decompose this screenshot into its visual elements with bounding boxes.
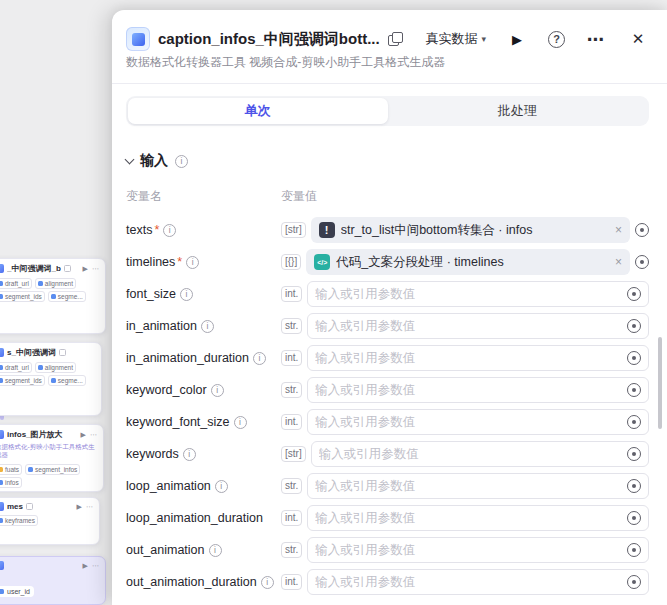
node-param-tag: segment_infos [25,464,80,475]
param-value-input[interactable] [315,543,623,557]
play-icon[interactable]: ▶ [77,503,82,511]
param-type-icon [51,294,56,299]
param-row-keywords: keywords [str] [126,441,649,467]
column-variable-name: 变量名 [126,188,281,205]
reference-selector-icon[interactable] [635,255,649,269]
reference-selector-icon[interactable] [627,287,641,301]
more-icon[interactable]: ⋯ [86,503,93,511]
param-type-badge: [str] [281,446,306,462]
run-mode-tabs: 单次 批处理 [126,96,649,126]
info-icon [186,256,199,269]
param-name: keyword_color [126,383,207,397]
tab-batch-run[interactable]: 批处理 [388,98,648,124]
more-icon[interactable]: ⋯ [92,265,99,273]
code-node-icon: </> [314,254,330,270]
tab-single-run[interactable]: 单次 [128,98,388,124]
node-icon [0,502,4,511]
run-button[interactable]: ▶ [506,28,528,50]
copy-icon[interactable] [388,32,402,46]
node-param-tag: alignment [35,362,76,373]
param-type-badge: str. [281,382,302,398]
data-mode-dropdown[interactable]: 真实数据 ▾ [425,30,486,48]
node-param-tag: alignment [35,278,76,289]
play-icon[interactable]: ▶ [83,562,88,570]
param-value-input[interactable] [315,479,623,493]
play-icon[interactable]: ▶ [81,431,86,439]
more-icon[interactable]: ⋯ [92,562,99,570]
remove-reference-icon[interactable]: × [615,255,622,269]
remove-reference-icon[interactable]: × [615,223,622,237]
param-value-input[interactable] [319,447,623,461]
param-value-box [307,313,649,339]
reference-selector-icon[interactable] [627,383,641,397]
panel-scrollbar[interactable] [658,337,662,429]
node-title: _中间强调词_b [7,263,61,274]
param-row-in-animation-duration: in_animation_duration int. [126,345,649,371]
param-row-keyword-font-size: keyword_font_size int. [126,409,649,435]
play-icon[interactable]: ▶ [83,265,88,273]
param-row-loop-animation-duration: loop_animation_duration int. [126,505,649,531]
reference-chip[interactable]: </> 代码_文案分段处理 · timelines × [306,249,630,275]
workflow-node[interactable]: _中间强调词_b ▶⋯ draft_url alignment segment_… [0,258,106,334]
column-headers: 变量名 变量值 [126,188,649,205]
info-icon [211,384,224,397]
param-name: font_size [126,287,176,301]
node-param-tag: segme... [48,291,86,302]
param-row-out-animation-duration: out_animation_duration int. [126,569,649,595]
param-value-input[interactable] [315,511,623,525]
param-name: in_animation_duration [126,351,249,365]
node-config-title: caption_infos_中间强调词bott... [158,30,380,49]
param-type-badge: int. [281,510,302,526]
param-value-box [307,473,649,499]
workflow-node[interactable]: mes ▶⋯ keyframes [0,497,100,545]
param-type-icon [0,518,3,523]
param-value-box [307,409,649,435]
param-value-input[interactable] [315,383,623,397]
reference-selector-icon[interactable] [627,543,641,557]
param-type-badge: int. [281,286,302,302]
input-section-header[interactable]: 输入 [126,152,649,170]
param-name: loop_animation [126,479,211,493]
param-row-in-animation: in_animation str. [126,313,649,339]
param-value-box [307,377,649,403]
param-value-input[interactable] [315,415,623,429]
data-mode-label: 真实数据 [425,30,477,48]
chevron-down-icon[interactable] [125,154,135,164]
more-icon[interactable]: ⋯ [90,431,97,439]
workflow-node[interactable]: ▶⋯ user_id [0,556,106,605]
close-button[interactable]: ✕ [627,28,649,50]
param-type-badge: str. [281,478,302,494]
param-row-keyword-color: keyword_color str. [126,377,649,403]
reference-selector-icon[interactable] [627,479,641,493]
reference-selector-icon[interactable] [635,223,649,237]
param-value-input[interactable] [315,351,623,365]
node-title: s_中间强调词 [7,347,56,358]
reference-selector-icon[interactable] [627,415,641,429]
param-type-icon [0,294,3,299]
param-type-badge: str. [281,318,302,334]
node-badge-icon [59,349,66,356]
node-icon [0,348,4,357]
reference-selector-icon[interactable] [627,351,641,365]
node-param-tag: keyframes [0,515,38,526]
more-menu-button[interactable]: ⋯ [585,28,607,50]
param-name: in_animation [126,319,197,333]
reference-selector-icon[interactable] [627,319,641,333]
reference-selector-icon[interactable] [627,447,641,461]
node-param-tag: draft_url [0,278,32,289]
reference-selector-icon[interactable] [627,575,641,589]
workflow-node[interactable]: infos_图片放大 ▶⋯ 数据格式化-剪映小助手工具格式生成器 fuats s… [0,424,104,492]
info-icon [209,544,222,557]
param-value-input[interactable] [315,575,623,589]
info-icon [253,352,266,365]
param-value-input[interactable] [315,319,623,333]
info-icon [163,224,176,237]
reference-chip[interactable]: ! str_to_list中间bottom转集合 · infos × [311,217,630,243]
param-value-input[interactable] [315,287,623,301]
help-button[interactable]: ? [548,31,565,48]
workflow-node[interactable]: s_中间强调词 draft_url alignment segment_ids … [0,342,102,416]
reference-selector-icon[interactable] [627,511,641,525]
param-value-box [307,537,649,563]
caret-down-icon: ▾ [481,34,486,44]
node-param-tag: fuats [0,464,22,475]
